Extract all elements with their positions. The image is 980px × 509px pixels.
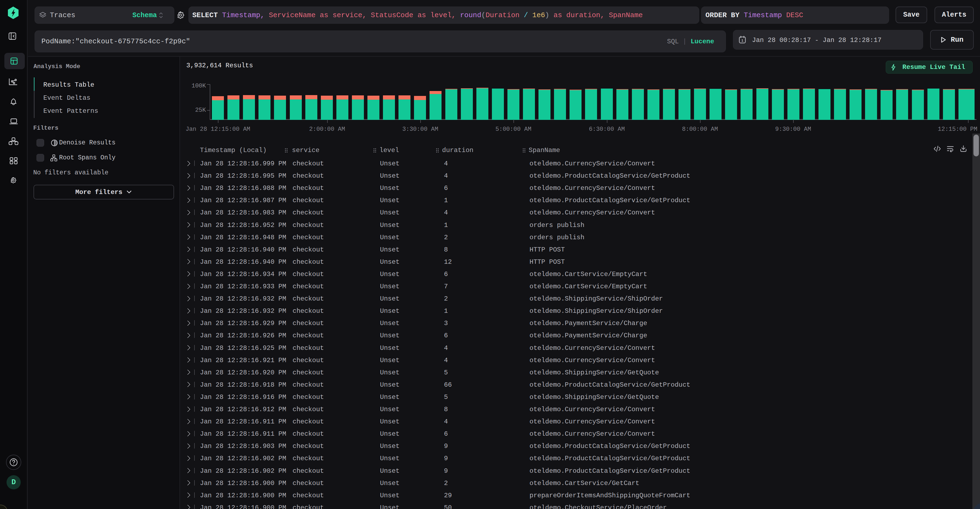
svg-text:1: 1 xyxy=(741,39,743,43)
